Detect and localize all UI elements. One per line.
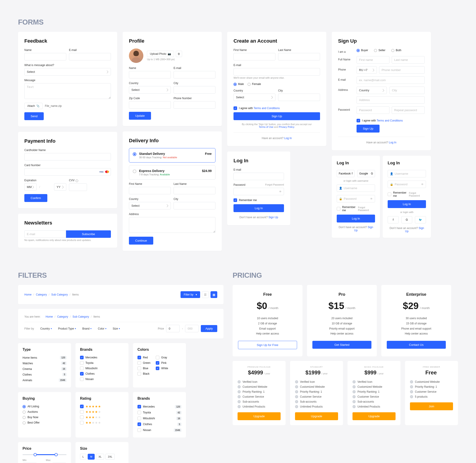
continue-button[interactable]: Continue	[129, 237, 153, 245]
su-addr-input[interactable]	[357, 96, 425, 104]
plan-cta-button[interactable]: Contact Us	[387, 341, 446, 349]
apply-button[interactable]: Apply	[201, 325, 217, 332]
message-textarea[interactable]	[24, 83, 111, 99]
confirm-button[interactable]: Confirm	[24, 194, 47, 202]
su-rpw-input[interactable]	[392, 107, 425, 114]
color-option[interactable]: Blue	[138, 366, 150, 371]
p-phone-input[interactable]	[174, 101, 215, 109]
color-option[interactable]: Black	[138, 371, 150, 376]
p-name-input[interactable]	[129, 71, 171, 79]
buying-option[interactable]: Auctions	[23, 409, 66, 415]
a-city-input[interactable]	[278, 94, 320, 101]
fb-login-button[interactable]: Facebookf	[337, 170, 354, 177]
color-option[interactable]: Red	[138, 355, 150, 360]
p-email-input[interactable]	[174, 71, 215, 79]
d-fname-input[interactable]	[129, 187, 171, 194]
su-city-input[interactable]	[389, 87, 425, 94]
l2-pw-input[interactable]	[337, 195, 375, 202]
dd-color[interactable]: Color	[98, 327, 106, 330]
su-email-input[interactable]	[357, 76, 425, 84]
view-grid-button[interactable]: ▦	[211, 291, 217, 298]
role-buyer[interactable]: Buyer	[357, 48, 368, 52]
l3-login-button[interactable]: Log In	[388, 200, 426, 208]
color-option[interactable]: Green	[138, 360, 150, 366]
plan-cta-button[interactable]: Sign Up for Free	[238, 341, 297, 349]
size-chip[interactable]: XL	[96, 454, 104, 460]
eye-icon[interactable]: 👁	[421, 183, 424, 186]
gg-login-button[interactable]: GoogleG	[357, 170, 375, 177]
su-pw-input[interactable]	[357, 107, 389, 114]
price-min-input[interactable]	[166, 325, 180, 332]
l3-pw-input[interactable]	[388, 181, 426, 188]
l2-login-button[interactable]: Log In	[337, 214, 375, 223]
rating-4[interactable]: ★★★★★	[80, 409, 124, 415]
type-row[interactable]: Cinema16	[23, 366, 66, 372]
l1-pw-input[interactable]	[233, 188, 284, 195]
gender-male[interactable]: Male	[233, 82, 244, 86]
brand2-option[interactable]: Mitsubishi16	[138, 415, 181, 421]
type-row[interactable]: Home Items120	[23, 355, 66, 360]
type-row[interactable]: Clothes5	[23, 372, 66, 377]
brand2-option[interactable]: Toyota42	[138, 410, 181, 415]
update-button[interactable]: Update	[129, 112, 151, 120]
send-button[interactable]: Send	[24, 112, 44, 120]
view-list-button[interactable]: ☰	[202, 291, 209, 298]
bc2-home[interactable]: Home	[45, 315, 53, 318]
color-option[interactable]: White	[156, 366, 168, 371]
p-city-input[interactable]	[174, 86, 215, 94]
eye-icon[interactable]: 👁	[370, 197, 373, 200]
a-country-select[interactable]: Select	[233, 94, 275, 101]
eye-icon[interactable]: 👁	[279, 190, 282, 193]
delivery-express-option[interactable]: Express Delivery7-8 days Tracking: Avail…	[129, 165, 215, 180]
info-icon[interactable]: i	[76, 179, 78, 182]
price-slider[interactable]	[23, 454, 66, 455]
bc2-sub[interactable]: Sub Category	[73, 315, 89, 318]
size-chip[interactable]: 2XL	[106, 454, 115, 460]
plan-cta-button[interactable]: Upgrade	[353, 412, 396, 420]
l1-email-input[interactable]	[233, 173, 284, 180]
d-city-input[interactable]	[174, 202, 215, 209]
type-row[interactable]: Watches42	[23, 360, 66, 366]
subscribe-button[interactable]: Subscribe	[66, 230, 111, 238]
l1-signup-link[interactable]: Sign Up	[268, 216, 278, 219]
buying-option[interactable]: All Listing	[23, 404, 66, 409]
l3-username-input[interactable]	[388, 170, 426, 178]
su-terms-check[interactable]: I agree with Terms and Conditions	[357, 119, 425, 122]
plan-cta-button[interactable]: Upgrade	[295, 412, 338, 420]
brand-option[interactable]: Toyota	[80, 360, 124, 366]
newsletter-email-input[interactable]	[24, 230, 66, 238]
su-ln-input[interactable]	[392, 56, 425, 63]
role-seller[interactable]: Seller	[374, 48, 385, 52]
pp-link[interactable]: Privacy Policy	[279, 125, 294, 128]
bc-home[interactable]: Home	[24, 293, 32, 296]
phone-code-select[interactable]: RU +7	[357, 66, 377, 74]
terms-checkbox-row[interactable]: I agree with Terms and Conditions	[233, 107, 320, 110]
brand-option[interactable]: Nissan	[80, 376, 124, 382]
name-input[interactable]	[24, 53, 66, 60]
rating-5[interactable]: ★★★★★	[80, 404, 124, 409]
a-fname-input[interactable]	[233, 53, 275, 60]
type-row[interactable]: Animals1546	[23, 377, 66, 383]
tou-link[interactable]: Terms of Use	[259, 125, 273, 128]
cvv-input[interactable]	[69, 184, 87, 191]
d-lname-input[interactable]	[174, 187, 215, 194]
login-link[interactable]: Log In	[284, 137, 292, 140]
attach-button[interactable]: Attach📎	[24, 103, 43, 109]
about-select[interactable]: Select	[24, 68, 111, 76]
l2-username-input[interactable]	[337, 184, 375, 192]
tw-icon-button[interactable]: 🐦	[415, 216, 426, 223]
d-country-select[interactable]: Select	[129, 202, 171, 209]
bc-category[interactable]: Category	[36, 293, 47, 296]
p-zip-input[interactable]	[129, 101, 171, 109]
gg-icon-button[interactable]: G	[401, 216, 413, 223]
cardnum-input[interactable]	[24, 168, 111, 176]
delete-photo-button[interactable]: 🗑	[176, 51, 182, 57]
p-country-select[interactable]: Select	[129, 86, 171, 94]
plan-cta-button[interactable]: Join	[410, 402, 453, 410]
su-signup-button[interactable]: Sign Up	[357, 125, 379, 133]
bc2-cat[interactable]: Category	[57, 315, 68, 318]
brand2-option[interactable]: Nissan1546	[138, 427, 181, 433]
dd-brand[interactable]: Brand	[82, 327, 91, 330]
role-both[interactable]: Both	[391, 48, 401, 52]
exp-yy-select[interactable]: YY	[54, 183, 66, 191]
